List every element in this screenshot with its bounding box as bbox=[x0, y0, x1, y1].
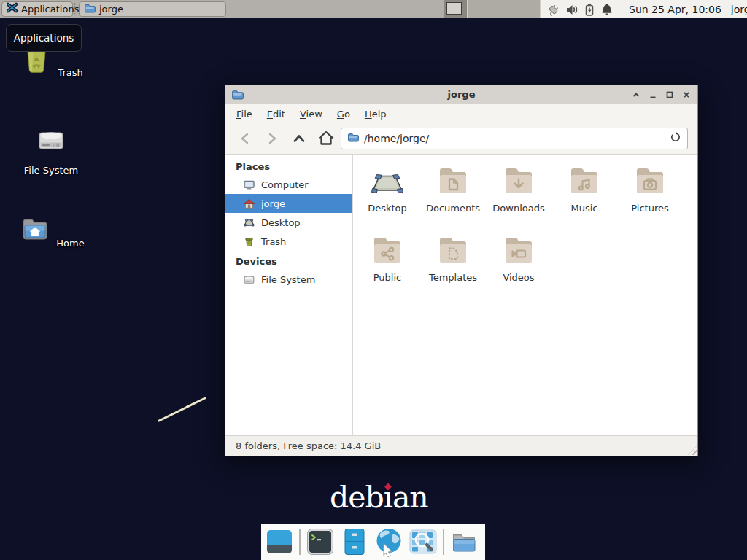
desktop-icon bbox=[243, 217, 255, 229]
maximize-button[interactable] bbox=[662, 88, 677, 102]
folder-label: Desktop bbox=[355, 203, 420, 214]
resize-grip[interactable] bbox=[688, 446, 697, 455]
folder-item-public[interactable]: Public bbox=[355, 233, 420, 289]
battery-icon[interactable] bbox=[582, 1, 597, 18]
sidebar-item-desktop[interactable]: Desktop bbox=[225, 213, 352, 232]
panel-clock[interactable]: Sun 25 Apr, 10:06 bbox=[629, 4, 721, 15]
location-path[interactable]: /home/jorge/ bbox=[364, 133, 670, 144]
file-cabinet-launcher[interactable] bbox=[340, 527, 369, 556]
desktop-icon-file-system[interactable]: File System bbox=[16, 122, 86, 176]
panel-handle[interactable] bbox=[74, 3, 77, 15]
debian-logo: debıan bbox=[330, 480, 428, 516]
sidebar-item-label: Computer bbox=[261, 179, 309, 190]
panel-tray-area: Sun 25 Apr, 10:06 jorge bbox=[541, 0, 747, 18]
back-button[interactable] bbox=[234, 128, 256, 149]
applications-menu-label: Applications bbox=[21, 4, 79, 15]
debian-logo-text-end: an bbox=[392, 480, 428, 516]
menu-view[interactable]: View bbox=[300, 109, 322, 120]
reload-icon[interactable] bbox=[670, 131, 681, 146]
web-browser-globe-icon bbox=[374, 526, 403, 557]
shade-button[interactable] bbox=[629, 88, 643, 102]
notifications-bell-icon[interactable] bbox=[600, 1, 614, 18]
sidebar-item-trash[interactable]: Trash bbox=[225, 232, 352, 251]
desktop-icon-label: File System bbox=[24, 165, 78, 176]
desktop-icon-label: Home bbox=[56, 238, 84, 249]
trash-small-icon bbox=[243, 236, 255, 248]
file-manager-window: jorge File Edit View Go Help bbox=[225, 85, 698, 456]
desktop-icon-label: Trash bbox=[58, 67, 82, 78]
folder-label: Videos bbox=[486, 272, 551, 283]
computer-icon bbox=[243, 179, 255, 191]
app-finder-icon bbox=[409, 526, 438, 557]
volume-icon[interactable] bbox=[565, 1, 579, 18]
sidebar-item-jorge[interactable]: jorge bbox=[225, 194, 352, 213]
toolbar: /home/jorge/ bbox=[225, 123, 697, 155]
panel-username[interactable]: jorge bbox=[731, 4, 747, 15]
taskbar-folder-icon bbox=[84, 2, 96, 17]
dock-separator bbox=[443, 529, 444, 555]
desktop-icon-home[interactable]: Home bbox=[16, 211, 86, 249]
folder-item-templates[interactable]: Templates bbox=[420, 233, 486, 289]
sidebar-item-label: Desktop bbox=[261, 217, 301, 228]
window-title: jorge bbox=[225, 89, 697, 100]
folder-item-documents[interactable]: Documents bbox=[420, 164, 486, 219]
sidebar-item-label: Trash bbox=[261, 236, 286, 247]
folder-item-pictures[interactable]: Pictures bbox=[617, 164, 683, 219]
music-folder-icon bbox=[567, 164, 602, 199]
menu-file[interactable]: File bbox=[236, 109, 252, 120]
location-bar[interactable]: /home/jorge/ bbox=[341, 128, 688, 149]
web-browser-launcher[interactable] bbox=[374, 527, 403, 556]
show-desktop-icon bbox=[265, 527, 294, 556]
workspace-2[interactable] bbox=[468, 0, 492, 18]
desktop-scratch-line bbox=[155, 394, 209, 424]
sidebar-item-file-system[interactable]: File System bbox=[225, 270, 352, 289]
hard-drive-icon bbox=[34, 122, 69, 158]
window-titlebar[interactable]: jorge bbox=[225, 85, 697, 104]
menu-help[interactable]: Help bbox=[365, 109, 387, 120]
workspace-4[interactable] bbox=[516, 0, 541, 18]
folder-label: Templates bbox=[420, 272, 486, 283]
dock-separator bbox=[299, 529, 301, 555]
top-panel: Applications jorge bbox=[0, 0, 747, 18]
applications-tooltip-text: Applications bbox=[14, 32, 74, 44]
sidebar-header-places: Places bbox=[225, 159, 352, 175]
applications-menu-icon bbox=[7, 2, 18, 16]
sidebar-item-label: File System bbox=[261, 274, 315, 285]
folder-view[interactable]: Desktop Documents bbox=[353, 155, 697, 435]
home-folder-icon bbox=[18, 211, 53, 246]
menu-edit[interactable]: Edit bbox=[267, 109, 285, 120]
folder-item-videos[interactable]: Videos bbox=[486, 233, 551, 289]
drive-small-icon bbox=[243, 273, 255, 286]
close-button[interactable] bbox=[679, 88, 694, 102]
workspace-switcher[interactable] bbox=[444, 0, 541, 18]
sidebar-item-computer[interactable]: Computer bbox=[225, 175, 352, 194]
terminal-launcher[interactable] bbox=[306, 527, 335, 556]
file-manager-launcher[interactable] bbox=[449, 527, 479, 556]
workspace-3[interactable] bbox=[492, 0, 516, 18]
window-content: Places Computer jorge bbox=[225, 155, 697, 435]
folder-item-downloads[interactable]: Downloads bbox=[486, 164, 551, 219]
folder-label: Downloads bbox=[486, 203, 551, 214]
forward-button[interactable] bbox=[261, 128, 283, 149]
folder-item-desktop[interactable]: Desktop bbox=[355, 164, 420, 219]
taskbar-window-button[interactable]: jorge bbox=[79, 1, 226, 17]
workspace-1[interactable] bbox=[444, 0, 468, 18]
statusbar: 8 folders, Free space: 14.4 GiB bbox=[225, 435, 697, 456]
power-plug-icon[interactable] bbox=[546, 1, 562, 18]
folder-item-music[interactable]: Music bbox=[551, 164, 617, 219]
dock-panel bbox=[261, 524, 485, 560]
debian-logo-text: deb bbox=[330, 480, 384, 516]
show-desktop-button[interactable] bbox=[265, 527, 294, 556]
home-button[interactable] bbox=[315, 128, 337, 149]
sidebar-header-devices: Devices bbox=[225, 254, 352, 270]
up-button[interactable] bbox=[288, 128, 310, 149]
terminal-icon bbox=[306, 527, 335, 556]
workspace-window-preview bbox=[446, 2, 462, 15]
applications-menu-button[interactable]: Applications bbox=[1, 1, 73, 17]
minimize-button[interactable] bbox=[646, 88, 660, 102]
menu-go[interactable]: Go bbox=[337, 109, 350, 120]
app-finder-launcher[interactable] bbox=[409, 527, 438, 556]
folder-label: Music bbox=[551, 203, 617, 214]
sidebar-item-label: jorge bbox=[261, 198, 285, 209]
templates-folder-icon bbox=[436, 233, 471, 268]
